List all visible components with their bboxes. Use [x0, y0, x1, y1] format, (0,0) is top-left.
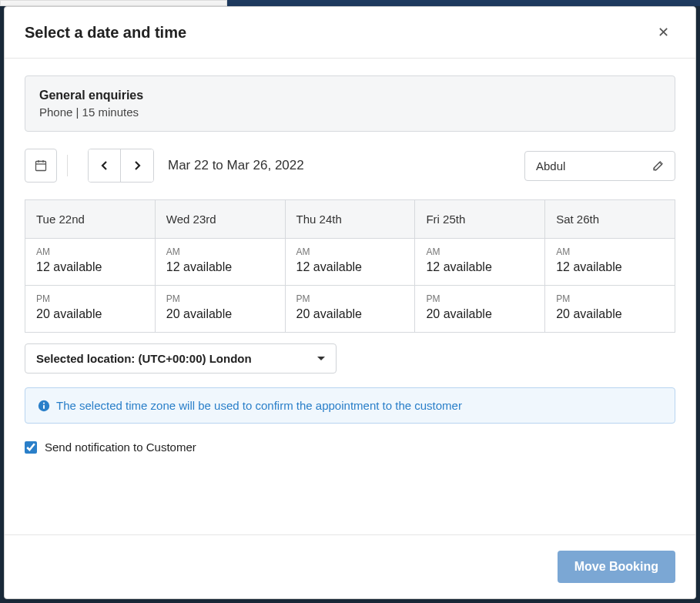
- slot-period-label: AM: [556, 246, 664, 257]
- day-column: Fri 25th AM 12 available PM 20 available: [415, 199, 545, 333]
- day-column: Wed 23rd AM 12 available PM 20 available: [156, 199, 286, 333]
- modal-title: Select a date and time: [25, 24, 186, 42]
- close-button[interactable]: ✕: [651, 21, 675, 44]
- edit-icon: [652, 160, 664, 172]
- move-booking-button[interactable]: Move Booking: [558, 551, 675, 583]
- calendar-icon: [35, 159, 47, 172]
- day-header: Wed 23rd: [156, 199, 285, 239]
- next-week-button[interactable]: [121, 149, 153, 182]
- svg-rect-7: [43, 404, 45, 408]
- slot-count-label: 20 available: [166, 307, 274, 321]
- day-header: Sat 26th: [545, 199, 675, 239]
- staff-selector[interactable]: Abdul: [524, 151, 675, 181]
- timezone-selector[interactable]: Selected location: (UTC+00:00) London: [25, 343, 337, 374]
- day-column: Sat 26th AM 12 available PM 20 available: [545, 199, 675, 333]
- day-column: Thu 24th AM 12 available PM 20 available: [286, 199, 416, 333]
- day-header: Tue 22nd: [25, 199, 155, 239]
- search-bg: [0, 0, 227, 6]
- slot-period-label: AM: [166, 246, 274, 257]
- slot-period-label: PM: [556, 293, 664, 304]
- slot-count-label: 20 available: [556, 307, 664, 321]
- am-slot[interactable]: AM 12 available: [286, 239, 415, 286]
- am-slot[interactable]: AM 12 available: [25, 239, 155, 286]
- notify-label: Send notification to Customer: [45, 441, 196, 454]
- day-column: Tue 22nd AM 12 available PM 20 available: [25, 199, 156, 333]
- caret-down-icon: [317, 357, 325, 360]
- availability-grid: Tue 22nd AM 12 available PM 20 available…: [25, 199, 675, 333]
- pm-slot[interactable]: PM 20 available: [545, 286, 675, 333]
- slot-period-label: AM: [36, 246, 144, 257]
- staff-name: Abdul: [536, 159, 565, 173]
- am-slot[interactable]: AM 12 available: [545, 239, 675, 286]
- day-header: Fri 25th: [415, 199, 544, 239]
- slot-count-label: 12 available: [36, 260, 144, 274]
- am-slot[interactable]: AM 12 available: [415, 239, 544, 286]
- prev-week-button[interactable]: [89, 149, 121, 182]
- close-icon: ✕: [658, 25, 669, 40]
- pm-slot[interactable]: PM 20 available: [286, 286, 415, 333]
- slot-count-label: 12 available: [556, 260, 664, 274]
- modal-body: General enquiries Phone | 15 minutes: [5, 59, 695, 534]
- slot-period-label: PM: [36, 293, 144, 304]
- slot-count-label: 20 available: [426, 307, 534, 321]
- modal-footer: Move Booking: [5, 534, 695, 598]
- slot-count-label: 12 available: [166, 260, 274, 274]
- slot-period-label: PM: [166, 293, 274, 304]
- info-message: The selected time zone will be used to c…: [56, 399, 462, 412]
- svg-rect-0: [36, 162, 46, 171]
- timezone-info-box: The selected time zone will be used to c…: [25, 387, 675, 424]
- slot-count-label: 12 available: [296, 260, 404, 274]
- slot-period-label: PM: [296, 293, 404, 304]
- service-details: Phone | 15 minutes: [39, 106, 661, 119]
- chevron-right-icon: [133, 160, 141, 171]
- notify-checkbox-row[interactable]: Send notification to Customer: [25, 441, 675, 454]
- date-nav-group: [88, 149, 154, 183]
- pm-slot[interactable]: PM 20 available: [156, 286, 285, 333]
- pm-slot[interactable]: PM 20 available: [25, 286, 155, 333]
- pm-slot[interactable]: PM 20 available: [415, 286, 544, 333]
- slot-count-label: 20 available: [296, 307, 404, 321]
- service-summary: General enquiries Phone | 15 minutes: [25, 75, 675, 132]
- slot-count-label: 20 available: [36, 307, 144, 321]
- day-header: Thu 24th: [286, 199, 415, 239]
- timezone-label: Selected location: (UTC+00:00) London: [36, 352, 252, 365]
- info-icon: [38, 400, 50, 412]
- slot-count-label: 12 available: [426, 260, 534, 274]
- slot-period-label: AM: [426, 246, 534, 257]
- date-range-label: Mar 22 to Mar 26, 2022: [168, 158, 304, 173]
- am-slot[interactable]: AM 12 available: [156, 239, 285, 286]
- chevron-left-icon: [101, 160, 109, 171]
- date-toolbar: Mar 22 to Mar 26, 2022 Abdul: [25, 149, 675, 183]
- modal-header: Select a date and time ✕: [5, 7, 695, 59]
- notify-checkbox[interactable]: [25, 441, 37, 454]
- select-date-time-modal: Select a date and time ✕ General enquiri…: [4, 6, 696, 599]
- service-name: General enquiries: [39, 89, 661, 102]
- toolbar-divider: [67, 155, 68, 176]
- slot-period-label: PM: [426, 293, 534, 304]
- calendar-button[interactable]: [25, 149, 57, 183]
- slot-period-label: AM: [296, 246, 404, 257]
- svg-point-6: [43, 402, 45, 404]
